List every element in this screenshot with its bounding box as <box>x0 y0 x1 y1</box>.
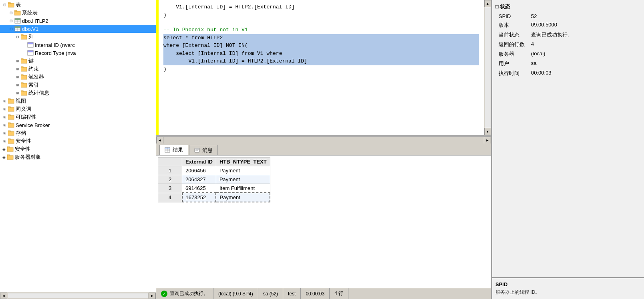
sidebar-item-label: 索引 <box>28 81 39 89</box>
cell-external-id: 1673252 <box>182 193 216 202</box>
folder-icon <box>21 58 27 64</box>
col-header-text[interactable]: HTB_NTYPE_TEXT <box>216 158 270 166</box>
cell-text: Payment <box>216 166 270 175</box>
props-row: 版本09.00.5000 <box>495 20 641 30</box>
scroll-thumb <box>164 137 483 143</box>
spid-desc-section: SPID 服务器上的线程 ID。 <box>492 277 644 299</box>
code-line: V1.[Internal ID] = HTLP2.[External ID] <box>163 3 479 11</box>
svg-rect-28 <box>21 91 27 95</box>
status-message: ✓ 查询已成功执行。 <box>156 288 213 299</box>
svg-rect-40 <box>8 139 14 143</box>
expand-icon: ⊞ <box>2 114 8 120</box>
svg-rect-35 <box>8 115 10 116</box>
sidebar-item-label: 列 <box>28 33 34 40</box>
sidebar-item-cunchu[interactable]: ⊞ 存储 <box>0 129 156 137</box>
code-line: ) <box>163 11 479 19</box>
svg-rect-24 <box>21 75 27 79</box>
sidebar-item-chufa[interactable]: ⊞ 触发器 <box>0 73 156 81</box>
prop-label: 用户 <box>495 59 528 69</box>
sidebar-item-label: 可编程性 <box>16 113 36 121</box>
tab-messages-label: 消息 <box>202 147 213 154</box>
props-row: 返回的行数4 <box>495 40 641 49</box>
sidebar-item-v1[interactable]: ⊟ dbo.V1 <box>0 25 156 33</box>
svg-rect-2 <box>14 11 20 15</box>
table-row[interactable]: 3 6914625 Item Fulfillment <box>158 184 270 193</box>
code-text: ) <box>163 65 167 73</box>
success-icon: ✓ <box>161 291 167 297</box>
svg-rect-23 <box>21 67 23 68</box>
sidebar-item-label: 安全性 <box>16 137 31 145</box>
sidebar-item-label: 视图 <box>16 97 26 105</box>
sidebar-item-biao[interactable]: ⊟ 表 <box>0 1 156 9</box>
editor-scrollbar-v[interactable]: ▲ ▼ <box>484 0 491 135</box>
expand-icon: ◉ <box>1 154 7 160</box>
folder-icon <box>8 106 14 112</box>
expand-icon-spacer <box>21 50 27 56</box>
status-user: sa (52) <box>258 288 283 299</box>
tab-results[interactable]: 结果 <box>159 145 188 155</box>
sidebar-item-anquanxing2[interactable]: ◉ 安全性 <box>0 145 156 153</box>
code-line: ) <box>163 65 479 73</box>
sidebar-item-tongyici[interactable]: ⊞ 同义词 <box>0 105 156 113</box>
tab-messages[interactable]: 消息 <box>189 145 218 155</box>
sidebar-item-htlp2[interactable]: ⊞ dbo.HTLP2 <box>0 17 156 25</box>
expand-icon: ⊞ <box>2 122 8 128</box>
sidebar-item-label: 键 <box>28 57 34 65</box>
scroll-left-btn[interactable]: ◄ <box>0 293 7 299</box>
tree-scrollbar-h[interactable]: ◄ ► <box>0 292 156 299</box>
props-header: □ 状态 <box>495 2 641 12</box>
svg-rect-27 <box>21 83 23 84</box>
sidebar-item-tongji[interactable]: ⊞ 统计信息 <box>0 89 156 97</box>
scroll-right-btn[interactable]: ► <box>149 293 156 299</box>
table-row[interactable]: 2 2064327 Payment <box>158 175 270 184</box>
code-text: V1.[Internal ID] = HTLP2.[External ID] <box>163 57 307 65</box>
scroll-up-btn[interactable]: ▲ <box>484 0 491 7</box>
scroll-left-btn[interactable]: ◄ <box>156 137 163 144</box>
scroll-right-btn[interactable]: ► <box>484 137 491 144</box>
prop-value: 09.00.5000 <box>528 20 641 30</box>
table-row-selected[interactable]: 4 1673252 Payment <box>158 193 270 202</box>
props-header-text: □ 状态 <box>495 3 510 10</box>
folder-icon <box>21 90 27 96</box>
expand-icon: ⊞ <box>2 138 8 144</box>
sidebar-item-label: Record Type (nva <box>35 50 76 56</box>
editor-scrollbar-h[interactable]: ◄ ► <box>156 136 491 143</box>
sidebar-item-record-type[interactable]: Record Type (nva <box>0 49 156 57</box>
row-num: 1 <box>158 166 182 175</box>
tree-container[interactable]: ⊟ 表 ⊞ 系统表 ⊞ <box>0 0 156 292</box>
sidebar-item-anquanxing[interactable]: ⊞ 安全性 <box>0 137 156 145</box>
svg-rect-20 <box>21 59 27 63</box>
sidebar-item-jian[interactable]: ⊞ 键 <box>0 57 156 65</box>
col-header-external-id[interactable]: External ID <box>182 158 216 166</box>
sidebar-item-internal-id[interactable]: Internal ID (nvarc <box>0 41 156 49</box>
prop-label: SPID <box>495 12 528 20</box>
table-row[interactable]: 1 2066456 Payment <box>158 166 270 175</box>
editor-area: V1.[Internal ID] = HTLP2.[External ID] )… <box>156 0 491 136</box>
sidebar-item-shitu[interactable]: ⊞ 视图 <box>0 97 156 105</box>
scroll-track-v <box>485 7 491 128</box>
folder-icon <box>21 82 27 88</box>
prop-value: (local) <box>528 49 641 59</box>
sidebar-item-biancheng[interactable]: ⊞ 可编程性 <box>0 113 156 121</box>
sidebar-item-xitong[interactable]: ⊞ 系统表 <box>0 9 156 17</box>
svg-rect-36 <box>8 123 14 127</box>
sidebar-item-label: Internal ID (nvarc <box>35 42 75 48</box>
svg-rect-1 <box>8 2 10 4</box>
sidebar-item-fuwuqi[interactable]: ◉ 服务器对象 <box>0 153 156 161</box>
sidebar-item-service-broker[interactable]: ⊞ Service Broker <box>0 121 156 129</box>
code-line-selected: where [External ID] NOT IN( <box>163 42 479 50</box>
expand-icon: ⊞ <box>14 74 21 80</box>
code-editor[interactable]: V1.[Internal ID] = HTLP2.[External ID] )… <box>159 0 484 135</box>
expand-icon: ⊞ <box>14 66 21 72</box>
row-num: 3 <box>158 184 182 193</box>
sidebar-item-suoyin[interactable]: ⊞ 索引 <box>0 81 156 89</box>
table-icon <box>14 26 21 32</box>
props-row: 用户sa <box>495 59 641 69</box>
props-table: SPID52版本09.00.5000当前状态查询已成功执行。返回的行数4服务器(… <box>495 12 641 78</box>
results-table-container[interactable]: External ID HTB_NTYPE_TEXT 1 2066456 Pay… <box>156 156 491 288</box>
sidebar-item-yueshu[interactable]: ⊞ 约束 <box>0 65 156 73</box>
prop-value: 查询已成功执行。 <box>528 30 641 40</box>
sidebar-item-lie[interactable]: ⊟ 列 <box>0 33 156 41</box>
folder-icon <box>8 114 14 120</box>
scroll-down-btn[interactable]: ▼ <box>484 128 491 135</box>
